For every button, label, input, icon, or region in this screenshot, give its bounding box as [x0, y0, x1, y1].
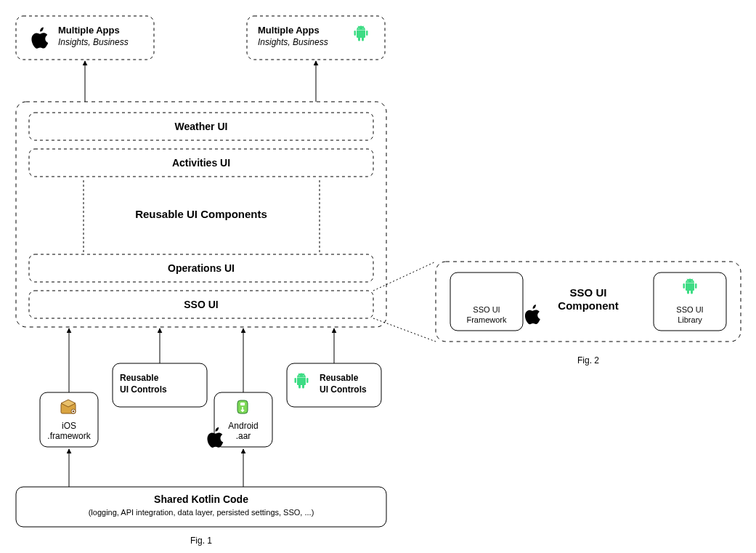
android-icon [295, 374, 309, 389]
android-icon [354, 26, 368, 41]
sso-component-title-line1: SSO UI [570, 286, 607, 299]
connector [373, 262, 436, 291]
sso-ios-l1: SSO UI [473, 305, 500, 314]
ios-framework-box: iOS .framework [40, 392, 98, 447]
aar-l1: Android [228, 421, 258, 431]
controls-ios-l2: UI Controls [120, 384, 167, 395]
architecture-diagram: Multiple Apps Insights, Business Multipl… [0, 0, 756, 553]
sso-ios-box: SSO UI Framework [450, 273, 540, 331]
apps-ios-title: Multiple Apps [58, 25, 120, 36]
archive-icon [237, 400, 248, 413]
apps-android-subtitle: Insights, Business [258, 37, 328, 47]
shared-subtitle: (logging, API integration, data layer, p… [89, 508, 314, 517]
controls-android-l1: Reusable [320, 373, 359, 383]
sso-ios-l2: Framework [466, 315, 507, 324]
fig2-caption: Fig. 2 [577, 355, 599, 366]
sso-component-title-line2: Component [558, 299, 618, 312]
package-icon [61, 400, 76, 413]
apple-icon [207, 427, 223, 448]
shared-kotlin-box: Shared Kotlin Code (logging, API integra… [16, 487, 386, 527]
android-aar-box: Android .aar [214, 392, 272, 447]
apps-ios-subtitle: Insights, Business [58, 37, 129, 47]
sso-android-l2: Library [678, 315, 702, 324]
sso-android-l1: SSO UI [676, 305, 703, 314]
activities-ui-label: Activities UI [172, 157, 230, 169]
apps-android-title: Multiple Apps [258, 25, 320, 36]
reusable-ui-title: Reusable UI Components [135, 208, 267, 220]
apple-icon [31, 27, 48, 48]
apple-icon [525, 304, 540, 324]
controls-android-l2: UI Controls [320, 384, 367, 395]
controls-android-box: Reusable UI Controls [287, 363, 381, 407]
apps-android-box: Multiple Apps Insights, Business [247, 16, 385, 60]
fig1-caption: Fig. 1 [190, 536, 212, 546]
weather-ui-label: Weather UI [175, 121, 228, 132]
sso-component-group: SSO UI Framework SSO UI Component SSO UI… [436, 262, 741, 342]
connector [373, 318, 436, 342]
reusable-ui-group: Weather UI Activities UI Reusable UI Com… [16, 102, 386, 327]
aar-l2: .aar [236, 431, 251, 441]
operations-ui-label: Operations UI [168, 262, 235, 274]
controls-ios-l1: Reusable [120, 373, 159, 383]
sso-ui-label: SSO UI [184, 299, 218, 310]
controls-ios-box: Reusable UI Controls [113, 363, 223, 448]
ios-fw-l2: .framework [47, 431, 91, 441]
shared-title: Shared Kotlin Code [154, 493, 248, 505]
android-icon [683, 279, 697, 294]
sso-android-box: SSO UI Library [654, 273, 726, 331]
apps-ios-box: Multiple Apps Insights, Business [16, 16, 154, 60]
ios-fw-l1: iOS [62, 421, 76, 431]
